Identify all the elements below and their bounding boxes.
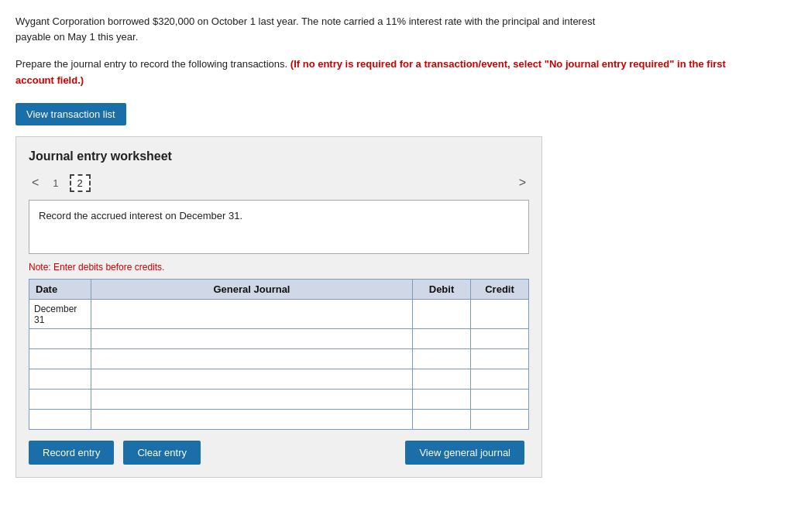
table-row <box>29 348 529 369</box>
buttons-row: Record entry Clear entry View general jo… <box>29 441 524 465</box>
general-journal-cell-5[interactable] <box>91 409 413 429</box>
general-journal-cell-3[interactable] <box>91 369 413 389</box>
clear-entry-button[interactable]: Clear entry <box>123 441 201 465</box>
credit-cell-4[interactable] <box>471 389 529 409</box>
nav-row: < 1 2 > <box>29 174 529 192</box>
header-credit: Credit <box>471 279 529 299</box>
view-general-journal-button[interactable]: View general journal <box>405 441 524 465</box>
general-journal-cell-0[interactable] <box>91 299 413 328</box>
debit-cell-0[interactable] <box>413 299 471 328</box>
table-row <box>29 389 529 409</box>
debit-cell-3[interactable] <box>413 369 471 389</box>
journal-table: Date General Journal Debit Credit Decemb… <box>29 279 529 430</box>
date-cell-5[interactable] <box>29 409 91 429</box>
date-cell-2[interactable] <box>29 348 91 369</box>
table-row <box>29 369 529 389</box>
date-cell-4[interactable] <box>29 389 91 409</box>
page-1-indicator[interactable]: 1 <box>48 176 63 190</box>
date-cell-0[interactable]: December 31 <box>29 299 91 328</box>
date-cell-1[interactable] <box>29 328 91 348</box>
debit-cell-2[interactable] <box>413 348 471 369</box>
credit-cell-0[interactable] <box>471 299 529 328</box>
credit-cell-2[interactable] <box>471 348 529 369</box>
general-journal-cell-2[interactable] <box>91 348 413 369</box>
general-journal-cell-4[interactable] <box>91 389 413 409</box>
record-entry-button[interactable]: Record entry <box>29 441 114 465</box>
page-2-indicator[interactable]: 2 <box>70 174 91 192</box>
debit-cell-4[interactable] <box>413 389 471 409</box>
prev-page-button[interactable]: < <box>29 174 42 191</box>
credit-cell-5[interactable] <box>471 409 529 429</box>
worksheet-title: Journal entry worksheet <box>29 149 529 163</box>
header-debit: Debit <box>413 279 471 299</box>
next-page-button[interactable]: > <box>516 174 529 191</box>
header-date: Date <box>29 279 91 299</box>
left-buttons: Record entry Clear entry <box>29 441 201 465</box>
general-journal-cell-1[interactable] <box>91 328 413 348</box>
transaction-description: Record the accrued interest on December … <box>29 200 529 254</box>
date-cell-3[interactable] <box>29 369 91 389</box>
table-row <box>29 328 529 348</box>
credit-cell-1[interactable] <box>471 328 529 348</box>
debit-cell-1[interactable] <box>413 328 471 348</box>
debit-cell-5[interactable] <box>413 409 471 429</box>
worksheet-container: Journal entry worksheet < 1 2 > Record t… <box>15 136 542 478</box>
instruction-paragraph: Prepare the journal entry to record the … <box>15 57 728 89</box>
note-text: Note: Enter debits before credits. <box>29 262 529 273</box>
header-general-journal: General Journal <box>91 279 413 299</box>
table-row: December 31 <box>29 299 529 328</box>
credit-cell-3[interactable] <box>471 369 529 389</box>
intro-paragraph: Wygant Corporation borrowed $320,000 on … <box>15 14 728 44</box>
table-row <box>29 409 529 429</box>
view-transaction-button[interactable]: View transaction list <box>15 103 126 125</box>
